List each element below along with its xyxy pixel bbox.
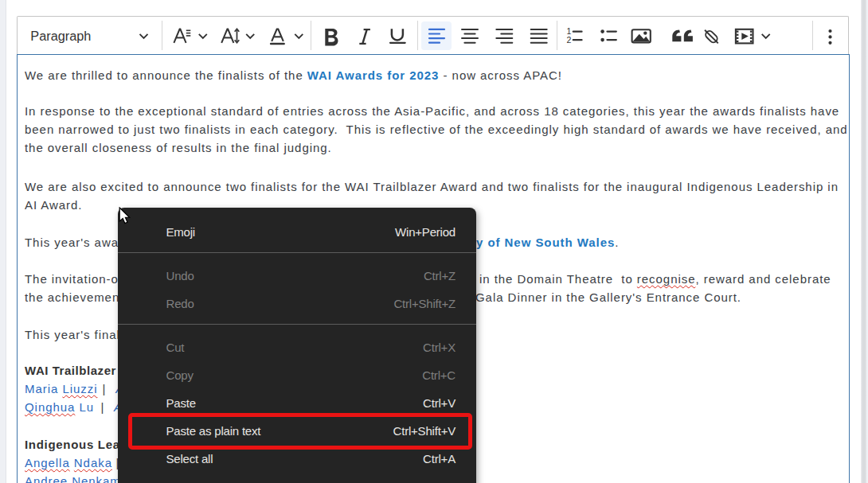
svg-text:2: 2 <box>567 35 572 45</box>
